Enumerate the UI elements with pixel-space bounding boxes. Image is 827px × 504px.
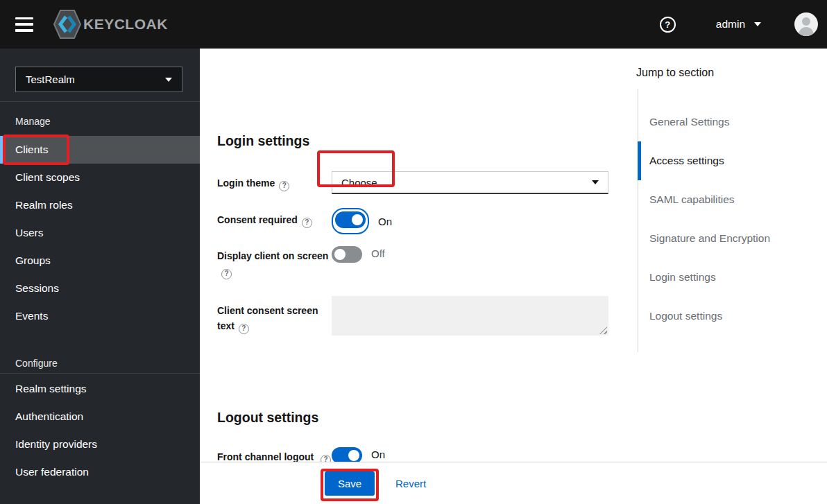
jump-item-signature-and-encryption[interactable]: Signature and Encryption: [638, 219, 827, 258]
jump-item-general-settings[interactable]: General Settings: [638, 103, 827, 141]
client-consent-text-label: Client consent screen text?: [217, 247, 332, 336]
sidebar-item-authentication[interactable]: Authentication: [0, 403, 200, 431]
login-theme-row: Login theme? Choose...: [217, 171, 608, 194]
masthead: KEYCLOAK ? admin: [0, 0, 827, 49]
sidebar-item-realm-settings[interactable]: Realm settings: [0, 375, 200, 403]
front-channel-logout-state: On: [371, 449, 385, 460]
consent-required-label: Consent required?: [217, 208, 332, 234]
form-action-bar: Save Revert: [200, 462, 827, 504]
nav-section-title-manage: Manage: [15, 116, 200, 127]
sidebar-item-client-scopes[interactable]: Client scopes: [0, 164, 200, 191]
sidebar-nav-configure: Realm settings Authentication Identity p…: [0, 375, 200, 486]
jump-item-login-settings[interactable]: Login settings: [638, 258, 827, 297]
sidebar-divider: [0, 101, 200, 102]
sidebar-item-groups[interactable]: Groups: [0, 247, 200, 275]
jump-item-saml-capabilities[interactable]: SAML capabilities: [638, 180, 827, 219]
revert-link[interactable]: Revert: [395, 478, 426, 489]
main-content: Login settings Login theme? Choose... Co…: [200, 49, 827, 504]
person-icon: [794, 12, 818, 36]
jump-to-section-panel: Jump to section General Settings Access …: [628, 49, 827, 352]
keycloak-hexagon-icon: [53, 8, 82, 40]
sidebar-item-sessions[interactable]: Sessions: [0, 275, 200, 302]
login-theme-label: Login theme?: [217, 171, 332, 194]
consent-required-toggle[interactable]: [335, 211, 366, 228]
sidebar-item-events[interactable]: Events: [0, 302, 200, 330]
client-consent-textarea[interactable]: [332, 296, 608, 336]
client-consent-textarea-wrap: [332, 296, 608, 336]
jump-to-section-title: Jump to section: [636, 67, 827, 79]
save-button[interactable]: Save: [325, 471, 375, 496]
chevron-down-icon: [165, 78, 172, 82]
keycloak-logo[interactable]: KEYCLOAK: [53, 8, 168, 40]
consent-required-state: On: [378, 216, 392, 227]
nav-section-title-configure: Configure: [15, 358, 200, 369]
sidebar-item-realm-roles[interactable]: Realm roles: [0, 191, 200, 219]
sidebar-item-user-federation[interactable]: User federation: [0, 458, 200, 486]
jump-item-access-settings[interactable]: Access settings: [638, 141, 827, 180]
chevron-down-icon: [592, 180, 599, 184]
login-theme-select[interactable]: Choose...: [332, 171, 608, 194]
help-icon[interactable]: ?: [302, 218, 312, 228]
jump-nav-list: General Settings Access settings SAML ca…: [638, 89, 827, 352]
avatar[interactable]: [794, 12, 818, 36]
brand-text: KEYCLOAK: [83, 16, 168, 33]
hamburger-menu-icon[interactable]: [15, 17, 33, 32]
sidebar-nav-manage: Clients Client scopes Realm roles Users …: [0, 136, 200, 330]
sidebar-item-clients[interactable]: Clients: [0, 136, 200, 164]
realm-name: TestRealm: [26, 73, 75, 85]
login-theme-value: Choose...: [341, 177, 386, 189]
help-icon[interactable]: ?: [279, 181, 289, 191]
logout-settings-heading: Logout settings: [217, 410, 318, 426]
help-icon[interactable]: ?: [660, 17, 676, 33]
sidebar-item-identity-providers[interactable]: Identity providers: [0, 431, 200, 458]
realm-selector[interactable]: TestRealm: [15, 67, 182, 92]
sidebar: TestRealm Manage Clients Client scopes R…: [0, 49, 200, 504]
chevron-down-icon: [754, 22, 761, 26]
keycloak-admin-console: KEYCLOAK ? admin TestRealm Manage: [0, 0, 827, 504]
consent-required-row: Consent required? On: [217, 208, 608, 234]
user-menu[interactable]: admin: [716, 18, 761, 31]
sidebar-item-users[interactable]: Users: [0, 219, 200, 247]
sidebar-divider: [0, 373, 200, 374]
help-icon[interactable]: ?: [239, 324, 249, 334]
masthead-right: ? admin: [660, 0, 827, 49]
login-settings-heading: Login settings: [217, 133, 309, 149]
switch-focus-ring: [332, 208, 369, 234]
client-consent-text-row: Client consent screen text?: [217, 247, 608, 336]
jump-item-logout-settings[interactable]: Logout settings: [638, 297, 827, 336]
username: admin: [716, 18, 745, 31]
